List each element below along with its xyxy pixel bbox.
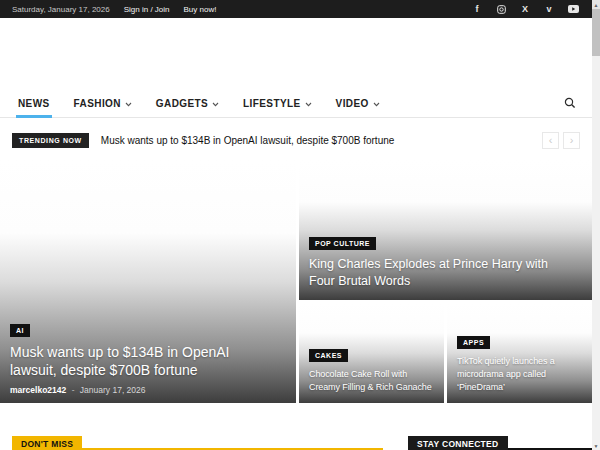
article-title[interactable]: Musk wants up to $134B in OpenAI lawsuit… [10,343,270,379]
trending-headline-link[interactable]: Musk wants up to $134B in OpenAI lawsuit… [101,135,395,146]
featured-grid-bottom-row: CAKES Chocolate Cake Roll with Creamy Fi… [299,303,592,403]
article-title[interactable]: King Charles Explodes at Prince Harry wi… [309,256,549,290]
category-badge-pop-culture[interactable]: POP CULTURE [309,237,376,250]
nav-item-lifestyle[interactable]: LIFESTYLE [231,90,324,117]
stay-connected-label: STAY CONNECTED [408,436,508,450]
featured-article-secondary[interactable]: POP CULTURE King Charles Explodes at Pri… [299,160,592,300]
topbar-left: Saturday, January 17, 2026 Sign in / Joi… [12,5,216,14]
main-nav: NEWS FASHION GADGETS LIFESTYLE VIDEO [0,90,592,118]
trending-arrows: ‹ › [542,132,580,149]
trending-bar: TRENDING NOW Musk wants up to $134B in O… [0,128,592,152]
vimeo-icon[interactable]: v [542,3,556,15]
dont-miss-section-header: DON'T MISS [12,433,383,450]
site-header-area [0,18,592,90]
article-meta: marcelko2142 - January 17, 2026 [10,385,290,395]
article-title[interactable]: TikTok quietly launches a microdrama app… [457,355,586,394]
chevron-down-icon [125,102,132,107]
youtube-icon[interactable] [566,3,580,15]
current-date: Saturday, January 17, 2026 [12,5,110,14]
article-overlay: APPS TikTok quietly launches a microdram… [457,331,586,395]
browser-viewport: Saturday, January 17, 2026 Sign in / Joi… [0,0,600,450]
topbar: Saturday, January 17, 2026 Sign in / Joi… [0,0,592,18]
scrollbar-down-button[interactable]: ▼ [592,441,600,450]
instagram-icon[interactable] [494,3,508,15]
page-scrollbar[interactable]: ▲ ▼ [592,0,600,450]
social-links: f X v [470,3,580,15]
featured-grid: AI Musk wants up to $134B in OpenAI laws… [0,160,592,403]
chevron-down-icon [373,102,380,107]
featured-grid-right: POP CULTURE King Charles Explodes at Pri… [299,160,592,403]
article-date: January 17, 2026 [80,385,146,395]
prev-arrow-button[interactable]: ‹ [542,132,559,149]
scrollbar-up-button[interactable]: ▲ [592,0,600,9]
scrollbar-thumb[interactable] [592,9,600,56]
author-link[interactable]: marcelko2142 [10,385,66,395]
meta-separator: - [72,385,75,395]
category-badge-cakes[interactable]: CAKES [309,349,348,362]
nav-label: VIDEO [336,98,369,109]
category-badge-ai[interactable]: AI [10,324,30,337]
x-twitter-icon[interactable]: X [518,3,532,15]
next-arrow-button[interactable]: › [563,132,580,149]
chevron-down-icon [305,102,312,107]
nav-item-fashion[interactable]: FASHION [62,90,144,117]
nav-item-gadgets[interactable]: GADGETS [144,90,231,117]
trending-badge: TRENDING NOW [12,133,89,148]
chevron-down-icon [212,102,219,107]
article-overlay: CAKES Chocolate Cake Roll with Creamy Fi… [309,344,438,395]
nav-label: NEWS [18,98,50,109]
nav-label: FASHION [74,98,121,109]
nav-item-news[interactable]: NEWS [6,90,62,117]
nav-label: GADGETS [156,98,208,109]
article-overlay: AI Musk wants up to $134B in OpenAI laws… [10,319,290,395]
featured-article-cakes[interactable]: CAKES Chocolate Cake Roll with Creamy Fi… [299,303,444,403]
nav-label: LIFESTYLE [243,98,301,109]
nav-item-video[interactable]: VIDEO [324,90,392,117]
search-icon [564,95,576,113]
search-button[interactable] [554,90,586,117]
category-badge-apps[interactable]: APPS [457,336,490,349]
facebook-icon[interactable]: f [470,3,484,15]
sign-in-link[interactable]: Sign in / Join [124,5,170,14]
buy-now-link[interactable]: Buy now! [184,5,217,14]
featured-article-apps[interactable]: APPS TikTok quietly launches a microdram… [447,303,592,403]
stay-connected-section-header: STAY CONNECTED [408,433,592,450]
article-title[interactable]: Chocolate Cake Roll with Creamy Filling … [309,368,438,394]
article-overlay: POP CULTURE King Charles Explodes at Pri… [309,232,586,292]
dont-miss-label: DON'T MISS [12,436,82,450]
featured-article-main[interactable]: AI Musk wants up to $134B in OpenAI laws… [0,160,296,403]
